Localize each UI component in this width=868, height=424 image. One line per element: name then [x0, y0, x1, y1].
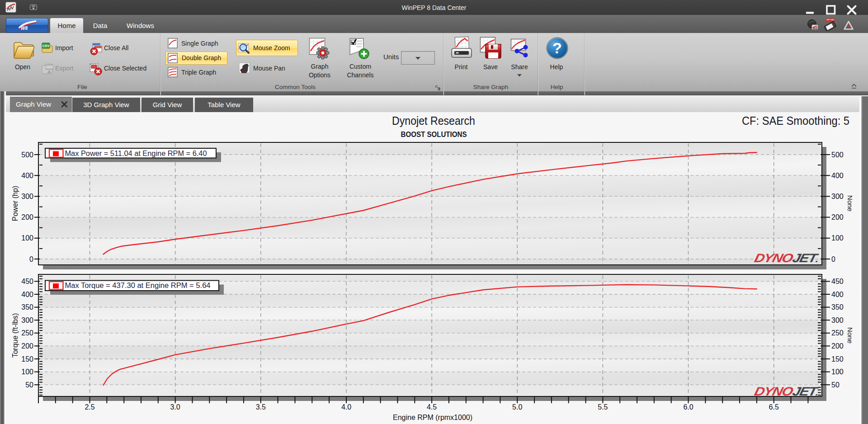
- svg-text:50: 50: [831, 381, 840, 389]
- svg-text:6.0: 6.0: [683, 403, 693, 411]
- svg-text:3.5: 3.5: [256, 403, 266, 411]
- svg-text:0: 0: [29, 255, 33, 263]
- svg-text:400: 400: [21, 291, 33, 298]
- svg-text:W8: W8: [21, 26, 28, 31]
- svg-text:JET.: JET.: [791, 384, 821, 398]
- svg-text:300: 300: [21, 193, 33, 200]
- svg-text:250: 250: [21, 329, 33, 337]
- svg-text:200: 200: [831, 342, 844, 350]
- svg-text:None: None: [846, 195, 854, 212]
- svg-text:350: 350: [21, 303, 33, 311]
- svg-text:6.5: 6.5: [769, 403, 779, 411]
- svg-text:5.0: 5.0: [512, 403, 522, 411]
- svg-text:JET.: JET.: [791, 251, 821, 264]
- svg-text:5.5: 5.5: [598, 403, 608, 411]
- svg-text:Max Torque = 437.30 at Engine: Max Torque = 437.30 at Engine RPM = 5.64: [65, 282, 211, 289]
- svg-text:450: 450: [21, 278, 33, 285]
- svg-text:300: 300: [831, 316, 844, 324]
- svg-text:400: 400: [831, 291, 844, 298]
- svg-text:CSV: CSV: [46, 65, 53, 69]
- svg-text:W8: W8: [813, 27, 818, 30]
- svg-text:450: 450: [831, 278, 844, 285]
- svg-text:350: 350: [831, 303, 844, 311]
- svg-text:250: 250: [831, 329, 844, 337]
- svg-text:DYNO: DYNO: [753, 251, 795, 264]
- svg-text:150: 150: [21, 355, 33, 363]
- svg-text:200: 200: [21, 342, 33, 350]
- svg-text:100: 100: [21, 368, 33, 376]
- svg-text:None: None: [846, 327, 854, 344]
- svg-text:100: 100: [831, 234, 844, 242]
- svg-text:Torque (ft-lbs): Torque (ft-lbs): [11, 313, 19, 358]
- svg-text:DYNO: DYNO: [753, 384, 795, 398]
- svg-text:100: 100: [831, 368, 844, 376]
- svg-text:150: 150: [831, 355, 844, 363]
- svg-text:?: ?: [552, 39, 562, 57]
- svg-text:200: 200: [21, 213, 33, 221]
- svg-text:300: 300: [21, 316, 33, 324]
- svg-text:500: 500: [21, 151, 33, 159]
- svg-text:Power (hp): Power (hp): [11, 186, 19, 221]
- svg-text:Max Power = 511.04 at Engine R: Max Power = 511.04 at Engine RPM = 6.40: [65, 150, 207, 157]
- svg-text:300: 300: [831, 193, 844, 200]
- svg-text:50: 50: [25, 381, 33, 389]
- svg-text:200: 200: [831, 213, 844, 221]
- svg-text:400: 400: [831, 172, 844, 179]
- svg-text:Engine RPM (rpmx1000): Engine RPM (rpmx1000): [393, 414, 472, 421]
- svg-text:BOOST SOLUTIONS: BOOST SOLUTIONS: [401, 130, 467, 139]
- svg-text:4.0: 4.0: [341, 403, 351, 411]
- svg-text:Dynojet Research: Dynojet Research: [392, 114, 475, 127]
- svg-text:CSV: CSV: [42, 44, 50, 48]
- svg-text:2.5: 2.5: [85, 403, 94, 411]
- svg-text:CF: SAE Smoothing: 5: CF: SAE Smoothing: 5: [742, 114, 849, 127]
- svg-text:400: 400: [21, 172, 33, 179]
- svg-text:500: 500: [831, 151, 844, 159]
- svg-text:3.0: 3.0: [170, 403, 180, 411]
- svg-text:0: 0: [831, 255, 835, 263]
- svg-text:4.5: 4.5: [427, 403, 437, 411]
- svg-text:100: 100: [21, 234, 33, 242]
